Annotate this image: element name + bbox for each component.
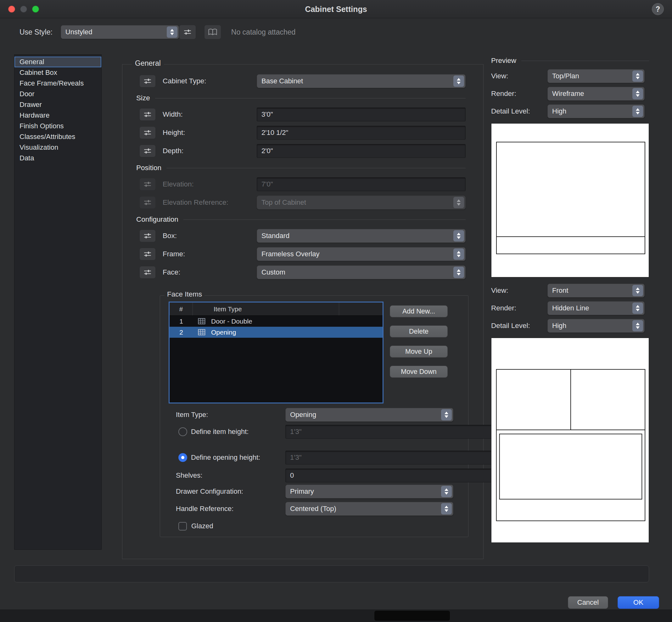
popup-arrows-icon [632, 285, 643, 296]
top-render-popup[interactable]: Wireframe [547, 87, 645, 101]
render-label: Render: [491, 90, 547, 98]
popup-arrows-icon [453, 197, 464, 208]
sidebar-item-hardware[interactable]: Hardware [14, 110, 101, 121]
catalog-book-icon [208, 28, 218, 36]
add-new-button[interactable]: Add New... [390, 305, 448, 317]
frame-popup[interactable]: Frameless Overlay [257, 247, 466, 261]
front-render-popup[interactable]: Hidden Line [547, 301, 645, 315]
zoom-window-button[interactable] [32, 6, 39, 12]
define-item-height-radio[interactable] [178, 427, 187, 436]
top-view-popup[interactable]: Top/Plan [547, 69, 645, 83]
cabinet-type-popup[interactable]: Base Cabinet [257, 74, 466, 88]
ok-button[interactable]: OK [617, 596, 659, 609]
window-title: Cabinet Settings [0, 0, 672, 18]
background-window-fragment [374, 611, 450, 621]
front-detail-value: High [552, 322, 566, 330]
sliders-icon [183, 29, 192, 36]
move-down-button[interactable]: Move Down [390, 366, 448, 378]
height-input[interactable] [257, 126, 466, 140]
front-render-value: Hidden Line [552, 304, 589, 312]
popup-arrows-icon [632, 88, 643, 99]
sidebar-item-cabinet-box[interactable]: Cabinet Box [14, 67, 101, 78]
sidebar-item-door[interactable]: Door [14, 89, 101, 99]
sidebar-item-general[interactable]: General [14, 57, 101, 67]
preview-front-render-row: Render: Hidden Line [491, 301, 649, 315]
grid-icon [198, 329, 205, 336]
handle-reference-label: Handle Reference: [176, 505, 285, 513]
shelves-row: Shelves: [176, 469, 462, 482]
help-button[interactable]: ? [652, 3, 664, 15]
move-up-button[interactable]: Move Up [390, 346, 448, 357]
elevation-reference-label: Elevation Reference: [163, 199, 257, 207]
elevation-input [257, 177, 466, 191]
glazed-checkbox[interactable] [178, 522, 187, 530]
cabinet-type-param-button[interactable] [139, 75, 156, 88]
table-row[interactable]: 1 Door - Double [170, 316, 382, 327]
item-type-popup[interactable]: Opening [285, 408, 453, 422]
handle-reference-row: Handle Reference: Centered (Top) [176, 502, 462, 516]
catalog-button[interactable] [204, 25, 221, 39]
face-popup[interactable]: Custom [257, 266, 466, 279]
general-panel-title: General [132, 59, 164, 68]
table-row-selected[interactable]: 2 Opening [170, 327, 382, 338]
row-number: 1 [170, 318, 193, 325]
front-detail-popup[interactable]: High [547, 319, 645, 333]
elevation-row: Elevation: [139, 177, 466, 192]
cancel-button[interactable]: Cancel [568, 596, 608, 609]
size-section-title: Size [136, 94, 150, 102]
delete-button[interactable]: Delete [390, 325, 448, 337]
popup-arrows-icon [632, 320, 643, 332]
depth-row: Depth: [139, 144, 466, 158]
column-header-empty [339, 303, 382, 315]
glazed-label: Glazed [191, 522, 213, 530]
depth-input[interactable] [257, 144, 466, 158]
sidebar-item-face-frame-reveals[interactable]: Face Frame/Reveals [14, 78, 101, 89]
define-opening-height-radio[interactable] [178, 453, 187, 462]
sidebar-item-finish-options[interactable]: Finish Options [14, 121, 101, 132]
settings-category-list: General Cabinet Box Face Frame/Reveals D… [14, 55, 102, 550]
style-bar: Use Style: Unstyled No catalog attached [20, 25, 295, 39]
face-items-table[interactable]: # Item Type 1 Door - Double [169, 302, 383, 404]
popup-arrows-icon [632, 106, 643, 117]
sliders-icon [143, 147, 152, 154]
width-row: Width: [139, 107, 466, 122]
handle-reference-popup[interactable]: Centered (Top) [285, 502, 453, 516]
top-detail-popup[interactable]: High [547, 104, 645, 118]
preview-title: Preview [491, 57, 516, 65]
preview-front-detail-row: Detail Level: High [491, 319, 649, 333]
sliders-icon [143, 251, 152, 257]
depth-param-button[interactable] [139, 145, 156, 157]
front-view-popup[interactable]: Front [547, 284, 645, 298]
elevation-reference-popup: Top of Cabinet [257, 196, 466, 209]
style-options-button[interactable] [179, 25, 196, 39]
box-value: Standard [262, 232, 290, 240]
width-param-button[interactable] [139, 108, 156, 121]
close-window-button[interactable] [8, 6, 15, 12]
position-section-header: Position [136, 163, 466, 173]
sidebar-item-drawer[interactable]: Drawer [14, 99, 101, 110]
height-param-button[interactable] [139, 127, 156, 139]
top-plan-preview [491, 123, 649, 277]
drawer-configuration-row: Drawer Configuration: Primary [176, 485, 462, 498]
sliders-icon [143, 269, 152, 276]
frame-param-button[interactable] [139, 248, 156, 261]
row-item-type: Opening [211, 329, 236, 336]
use-style-popup[interactable]: Unstyled [61, 25, 179, 39]
sidebar-item-data[interactable]: Data [14, 153, 101, 164]
configuration-section-header: Configuration [136, 215, 466, 224]
top-view-value: Top/Plan [552, 72, 579, 80]
sidebar-item-classes-attributes[interactable]: Classes/Attributes [14, 132, 101, 142]
preview-header: Preview [491, 55, 649, 66]
box-param-button[interactable] [139, 230, 156, 242]
box-popup[interactable]: Standard [257, 229, 466, 243]
top-detail-value: High [552, 107, 566, 115]
sidebar-item-visualization[interactable]: Visualization [14, 142, 101, 153]
face-param-button[interactable] [139, 266, 156, 279]
drawer-configuration-popup[interactable]: Primary [285, 485, 453, 498]
width-input[interactable] [257, 108, 466, 122]
height-row: Height: [139, 126, 466, 140]
view-label: View: [491, 286, 547, 295]
use-style-value: Unstyled [65, 28, 93, 36]
box-row: Box: Standard [139, 229, 466, 243]
elevation-param-button [139, 178, 156, 191]
